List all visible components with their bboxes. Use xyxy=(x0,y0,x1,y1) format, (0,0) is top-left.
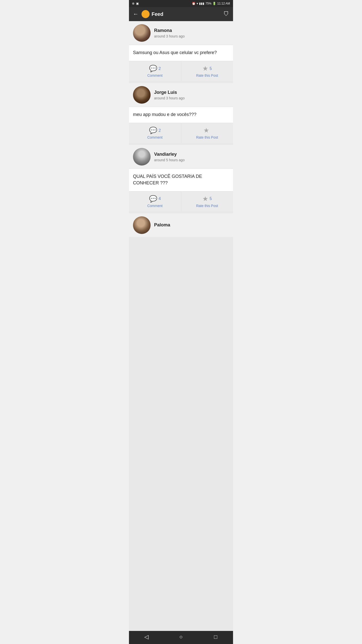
post-username: Ramona xyxy=(154,28,185,33)
app-title: Feed xyxy=(142,10,163,18)
status-right: ⏰ ▾ ▮▮▮ 75% 🔋 11:12 AM xyxy=(192,2,230,5)
battery-level: 75% xyxy=(205,2,211,5)
rate-count: 5 xyxy=(210,196,212,201)
nav-recent-button[interactable]: □ xyxy=(211,632,221,641)
post-username: Paloma xyxy=(154,222,170,228)
comment-count: 2 xyxy=(159,128,161,133)
time-display: 11:12 AM xyxy=(217,2,230,5)
comment-label: Comment xyxy=(147,135,163,139)
post-username: Vandiarley xyxy=(154,152,185,157)
post-time: around 3 hours ago xyxy=(154,34,185,38)
post-time: around 5 hours ago xyxy=(154,158,185,162)
comment-label: Comment xyxy=(147,204,163,208)
alarm-icon: ⏰ xyxy=(192,2,196,5)
post-user-info: Jorge Luis around 3 hours ago xyxy=(154,90,185,100)
post-time: around 3 hours ago xyxy=(154,96,185,100)
battery-icon: 🔋 xyxy=(212,2,216,5)
comment-button[interactable]: 💬 4 Comment xyxy=(129,191,181,211)
avatar xyxy=(133,148,151,166)
notification-icon: ⊗ xyxy=(132,2,134,5)
rate-count: 5 xyxy=(210,66,212,71)
comment-icon: 💬 xyxy=(149,195,157,203)
post-header: Vandiarley around 5 hours ago xyxy=(129,145,233,169)
app-bar-left: ← Feed xyxy=(133,10,163,18)
signal-icon: ▮▮▮ xyxy=(199,2,204,5)
post-actions: 💬 4 Comment ★ 5 Rate this Post xyxy=(129,191,233,211)
app-logo xyxy=(142,10,150,18)
post-text: QUAL PAÍS VOCÊ GOSTARIA DE CONHECER ??? xyxy=(133,174,202,185)
post-content: QUAL PAÍS VOCÊ GOSTARIA DE CONHECER ??? xyxy=(129,169,233,191)
status-bar: ⊗ ▣ ⏰ ▾ ▮▮▮ 75% 🔋 11:12 AM xyxy=(129,0,233,7)
avatar xyxy=(133,24,151,42)
comment-icon: 💬 xyxy=(149,127,157,134)
status-left: ⊗ ▣ xyxy=(132,2,139,5)
rate-label: Rate this Post xyxy=(196,135,218,139)
app-title-text: Feed xyxy=(152,11,163,17)
rate-button[interactable]: ★ Rate this Post xyxy=(181,123,233,143)
rate-button[interactable]: ★ 5 Rate this Post xyxy=(181,191,233,211)
star-icon: ★ xyxy=(202,65,208,72)
post-header: Jorge Luis around 3 hours ago xyxy=(129,83,233,107)
nav-home-button[interactable]: ○ xyxy=(176,632,186,641)
post-card: Vandiarley around 5 hours ago QUAL PAÍS … xyxy=(129,145,233,211)
nav-back-button[interactable]: ◁ xyxy=(141,632,151,641)
post-username: Jorge Luis xyxy=(154,90,185,95)
post-card: Jorge Luis around 3 hours ago meu app mu… xyxy=(129,83,233,143)
bottom-nav: ◁ ○ □ xyxy=(129,631,233,644)
post-actions: 💬 2 Comment ★ 5 Rate this Post xyxy=(129,61,233,81)
rate-label: Rate this Post xyxy=(196,204,218,208)
comment-button[interactable]: 💬 2 Comment xyxy=(129,61,181,81)
post-card: Ramona around 3 hours ago Samsung ou Asu… xyxy=(129,21,233,81)
post-user-info: Vandiarley around 5 hours ago xyxy=(154,152,185,162)
comment-icon: 💬 xyxy=(149,65,157,72)
comment-label: Comment xyxy=(147,73,163,77)
post-header: Ramona around 3 hours ago xyxy=(129,21,233,45)
post-content: meu app mudou e de vocês??? xyxy=(129,107,233,123)
star-icon: ★ xyxy=(202,195,208,203)
post-text: meu app mudou e de vocês??? xyxy=(133,112,196,117)
post-actions: 💬 2 Comment ★ Rate this Post xyxy=(129,123,233,143)
post-card-partial: Paloma xyxy=(129,213,233,237)
post-user-info: Ramona around 3 hours ago xyxy=(154,28,185,38)
comment-count: 2 xyxy=(159,66,161,71)
star-icon: ★ xyxy=(203,127,209,134)
image-icon: ▣ xyxy=(136,2,139,5)
avatar xyxy=(133,216,151,234)
post-text: Samsung ou Asus que celular vc prefere? xyxy=(133,50,217,55)
post-content: Samsung ou Asus que celular vc prefere? xyxy=(129,45,233,61)
feed: Ramona around 3 hours ago Samsung ou Asu… xyxy=(129,21,233,631)
rate-button[interactable]: ★ 5 Rate this Post xyxy=(181,61,233,81)
back-button[interactable]: ← xyxy=(133,11,139,17)
post-user-info: Paloma xyxy=(154,222,170,228)
rate-label: Rate this Post xyxy=(196,73,218,77)
wifi-icon: ▾ xyxy=(197,2,198,5)
comment-button[interactable]: 💬 2 Comment xyxy=(129,123,181,143)
app-bar: ← Feed ⛉ xyxy=(129,7,233,21)
avatar xyxy=(133,86,151,104)
filter-button[interactable]: ⛉ xyxy=(223,11,229,17)
comment-count: 4 xyxy=(159,196,161,201)
post-header-partial: Paloma xyxy=(129,213,233,237)
